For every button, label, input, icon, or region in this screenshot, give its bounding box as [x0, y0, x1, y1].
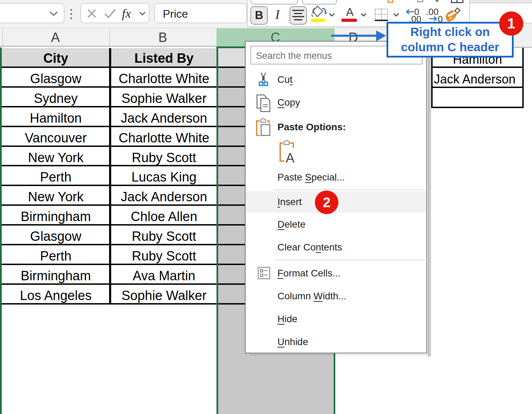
svg-text:A: A: [286, 151, 295, 163]
